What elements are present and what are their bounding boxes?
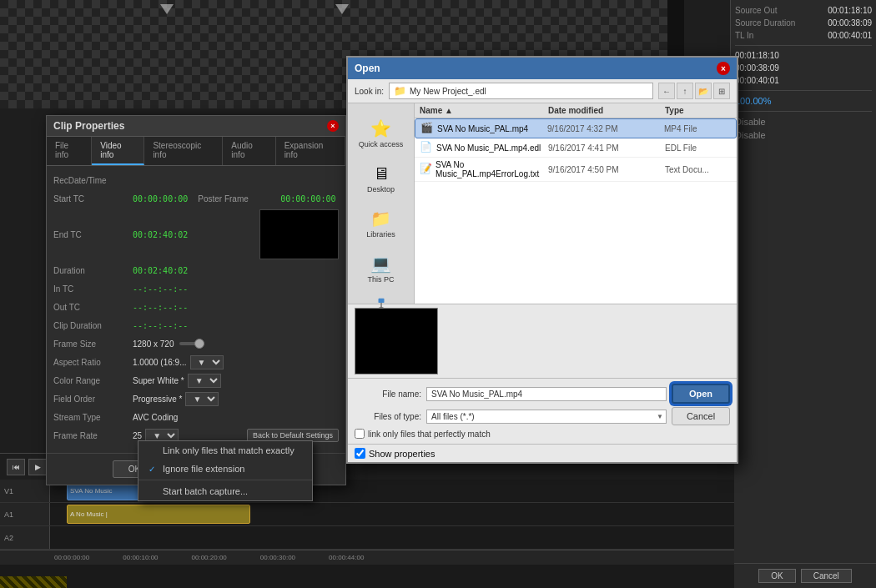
sidebar-desktop[interactable]: 🖥 Desktop: [353, 157, 410, 199]
libraries-icon: 📁: [368, 207, 395, 230]
tab-expansion-info[interactable]: Expansion info: [276, 137, 345, 165]
tab-stereoscopic-info[interactable]: Stereoscopic info: [144, 137, 223, 165]
open-dialog-body: ⭐ Quick access 🖥 Desktop 📁 Libraries 💻 T…: [348, 103, 737, 304]
duration-label: Duration: [53, 266, 133, 275]
link-only-row: link only files that perfectly match: [355, 429, 730, 439]
tab-file-info[interactable]: File info: [47, 137, 92, 165]
desktop-label: Desktop: [367, 185, 395, 193]
col-date-header: Date modified: [548, 106, 665, 115]
track-a1-clip[interactable]: A No Music |: [67, 505, 250, 524]
file-type-0: MP4 File: [664, 124, 731, 133]
clip-props-titlebar: Clip Properties ×: [47, 116, 345, 137]
file-icon-2: 📝: [420, 163, 432, 176]
tab-audio-info[interactable]: Audio info: [223, 137, 275, 165]
files-of-type-row: Files of type: Cancel: [355, 407, 730, 425]
poster-frame-value: 00:00:00:00: [280, 194, 335, 204]
desktop-icon: 🖥: [368, 162, 395, 185]
nav-up-icon[interactable]: ↑: [677, 83, 693, 99]
frame-size-slider[interactable]: [179, 342, 204, 345]
clip-duration-label: Clip Duration: [53, 321, 133, 330]
track-a2: A2: [0, 526, 734, 550]
tl-in-value: 00:00:40:01: [828, 31, 872, 40]
end-tc-label: End TC: [53, 230, 133, 239]
frame-size-row: Frame Size 1280 x 720: [53, 336, 339, 351]
context-ignore-ext-label: Ignore file extension: [163, 464, 244, 474]
preview-thumbnail: [355, 308, 438, 374]
file-date-0: 9/16/2017 4:32 PM: [547, 124, 664, 133]
file-row-1[interactable]: 📄 SVA No Music_PAL.mp4.edl 9/16/2017 4:4…: [415, 138, 737, 158]
file-icon-0: 🎬: [420, 122, 434, 135]
view-toggle-icon[interactable]: ⊞: [713, 83, 730, 99]
timeline-ruler: 00:00:00:00 00:00:10:00 00:00:20:00 00:0…: [0, 550, 734, 565]
file-name-label: File name:: [355, 389, 421, 399]
sidebar-quick-access[interactable]: ⭐ Quick access: [353, 112, 410, 153]
clip-properties-dialog: Clip Properties × File info Video info S…: [46, 115, 346, 485]
track-a2-label: A2: [0, 526, 50, 549]
quick-access-icon: ⭐: [368, 117, 395, 140]
bottom-cancel-button[interactable]: Cancel: [801, 569, 852, 583]
files-of-type-dropdown-wrap: [426, 410, 667, 424]
color-range-dropdown[interactable]: ▼: [188, 374, 221, 388]
look-in-label: Look in:: [355, 87, 384, 96]
file-name-2: 📝 SVA No Music_PAL.mp4ErrorLog.txt: [420, 160, 548, 178]
color-range-value: Super White *: [133, 376, 184, 385]
file-type-2: Text Docu...: [665, 165, 732, 174]
context-batch-capture[interactable]: Start batch capture...: [138, 482, 312, 500]
file-row-0[interactable]: 🎬 SVA No Music_PAL.mp4 9/16/2017 4:32 PM…: [415, 118, 737, 138]
clip-props-body: RecDate/Time Start TC 00:00:00:00 Poster…: [47, 166, 345, 453]
go-to-start-button[interactable]: ⏮: [7, 459, 25, 475]
aspect-ratio-value: 1.0000 (16:9...: [133, 358, 187, 367]
timecode-mark-1: 00:00:00:00: [54, 554, 89, 561]
context-ignore-ext[interactable]: ✓ Ignore file extension: [138, 460, 312, 478]
file-type-1: EDL File: [665, 143, 732, 153]
sidebar-this-pc[interactable]: 💻 This PC: [353, 247, 410, 289]
show-properties-checkbox[interactable]: [355, 448, 365, 459]
open-dialog-titlebar: Open ×: [348, 58, 737, 79]
open-dialog-close-button[interactable]: ×: [717, 62, 730, 75]
color-range-row: Color Range Super White * ▼: [53, 373, 339, 388]
file-name-1: 📄 SVA No Music_PAL.mp4.edl: [420, 141, 548, 154]
show-properties-label: Show properties: [369, 449, 435, 459]
open-button[interactable]: Open: [672, 384, 730, 404]
clip-props-tabs: File info Video info Stereoscopic info A…: [47, 137, 345, 166]
no-music-clip-label: A No Music |: [70, 510, 108, 518]
aspect-ratio-row: Aspect Ratio 1.0000 (16:9... ▼: [53, 354, 339, 369]
play-button[interactable]: ▶: [28, 459, 47, 475]
open-cancel-button[interactable]: Cancel: [672, 407, 730, 425]
file-name-input[interactable]: [426, 387, 667, 401]
out-tc-value: --:--:--:--: [133, 303, 188, 312]
link-only-checkbox[interactable]: [355, 429, 365, 439]
look-in-box[interactable]: 📁 My New Project_.edl: [389, 83, 653, 99]
panel-val-4: 00:01:18:10: [735, 51, 779, 60]
color-range-label: Color Range: [53, 376, 133, 385]
sidebar-libraries[interactable]: 📁 Libraries: [353, 202, 410, 244]
source-duration-value: 00:00:38:09: [828, 18, 872, 28]
clip-props-title: Clip Properties: [53, 120, 124, 132]
timeline-tracks: V1 SVA No Music A1 A No Music | A2 00:00…: [0, 480, 734, 588]
aspect-ratio-dropdown[interactable]: ▼: [190, 355, 224, 369]
look-in-value: My New Project_.edl: [410, 87, 486, 96]
context-link-exact[interactable]: Link only files that match exactly: [138, 441, 312, 460]
out-tc-row: Out TC --:--:--:--: [53, 299, 339, 314]
clip-props-close-button[interactable]: ×: [327, 120, 339, 132]
start-tc-label: Start TC: [53, 194, 133, 204]
tl-in-label: TL In: [735, 31, 753, 40]
bottom-ok-button[interactable]: OK: [758, 569, 795, 583]
panel-row-5: 00:00:38:09: [735, 62, 872, 74]
nav-back-icon[interactable]: ←: [658, 83, 675, 99]
end-tc-value: 00:02:40:02: [133, 230, 188, 239]
field-order-dropdown[interactable]: ▼: [185, 392, 219, 406]
file-name-row: File name: Open: [355, 384, 730, 404]
files-of-type-input[interactable]: [426, 410, 667, 424]
new-folder-icon[interactable]: 📂: [695, 83, 712, 99]
show-properties-row: Show properties: [348, 444, 737, 462]
tab-video-info[interactable]: Video info: [92, 137, 144, 165]
rec-date-row: RecDate/Time: [53, 173, 339, 188]
source-monitor: [0, 0, 334, 108]
file-row-2[interactable]: 📝 SVA No Music_PAL.mp4ErrorLog.txt 9/16/…: [415, 158, 737, 182]
source-duration-row: Source Duration 00:00:38:09: [735, 17, 872, 29]
start-tc-value: 00:00:00:00: [133, 194, 188, 204]
timecode-mark-5: 00:00:44:00: [329, 554, 364, 561]
open-dialog-bottom: File name: Open Files of type: Cancel li…: [348, 378, 737, 444]
poster-frame-label: Poster Frame: [198, 194, 277, 204]
